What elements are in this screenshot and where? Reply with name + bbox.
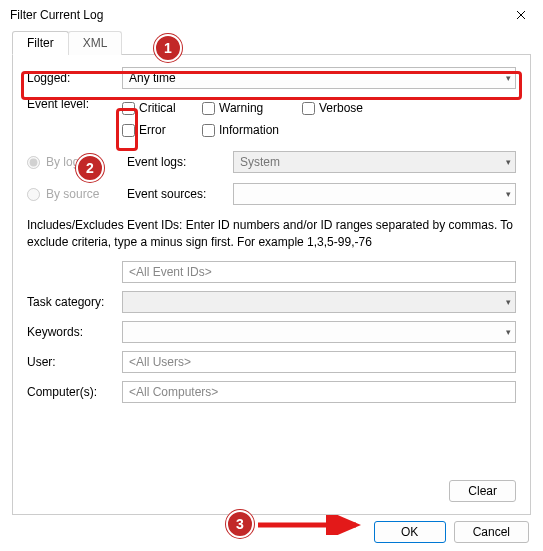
label-computers: Computer(s): xyxy=(27,385,122,399)
row-eventlevel: Event level: Critical Warning Verbose Er… xyxy=(27,97,516,141)
select-eventlogs-value: System xyxy=(240,155,280,169)
checkbox-warning[interactable] xyxy=(202,102,215,115)
close-icon xyxy=(516,10,526,20)
checkbox-information[interactable] xyxy=(202,124,215,137)
checkbox-verbose[interactable] xyxy=(302,102,315,115)
cancel-button[interactable]: Cancel xyxy=(454,521,529,543)
row-logged: Logged: Any time ▾ xyxy=(27,67,516,89)
chevron-down-icon: ▾ xyxy=(506,73,511,83)
select-logged[interactable]: Any time ▾ xyxy=(122,67,516,89)
label-eventsources: Event sources: xyxy=(127,187,227,201)
annotation-badge-2: 2 xyxy=(76,154,104,182)
label-bysource: By source xyxy=(46,187,121,201)
check-information[interactable]: Information xyxy=(202,119,302,141)
check-error[interactable]: Error xyxy=(122,119,202,141)
check-warning[interactable]: Warning xyxy=(202,97,302,119)
clear-button[interactable]: Clear xyxy=(449,480,516,502)
radio-bysource xyxy=(27,188,40,201)
check-verbose[interactable]: Verbose xyxy=(302,97,363,119)
checkbox-critical[interactable] xyxy=(122,102,135,115)
row-bysource: By source Event sources: ▾ xyxy=(27,183,516,205)
label-taskcat: Task category: xyxy=(27,295,122,309)
check-critical[interactable]: Critical xyxy=(122,97,202,119)
input-eventids[interactable]: <All Event IDs> xyxy=(122,261,516,283)
close-button[interactable] xyxy=(498,0,543,30)
row-eventids: <All Event IDs> xyxy=(27,261,516,283)
row-keywords: Keywords: ▾ xyxy=(27,321,516,343)
checkbox-error[interactable] xyxy=(122,124,135,137)
chevron-down-icon: ▾ xyxy=(506,327,511,337)
chevron-down-icon: ▾ xyxy=(506,189,511,199)
label-logged: Logged: xyxy=(27,71,122,85)
annotation-badge-1: 1 xyxy=(154,34,182,62)
titlebar: Filter Current Log xyxy=(0,0,543,30)
ok-button[interactable]: OK xyxy=(374,521,446,543)
window-title: Filter Current Log xyxy=(10,8,498,22)
tab-body: Logged: Any time ▾ Event level: Critical… xyxy=(12,55,531,515)
radio-bylog xyxy=(27,156,40,169)
select-logged-value: Any time xyxy=(129,71,176,85)
input-user[interactable]: <All Users> xyxy=(122,351,516,373)
select-taskcat: ▾ xyxy=(122,291,516,313)
tab-filter[interactable]: Filter xyxy=(12,31,69,55)
label-eventlogs: Event logs: xyxy=(127,155,227,169)
annotation-arrow xyxy=(256,515,366,535)
input-computers[interactable]: <All Computers> xyxy=(122,381,516,403)
label-eventlevel: Event level: xyxy=(27,97,122,111)
annotation-badge-3: 3 xyxy=(226,510,254,538)
row-user: User: <All Users> xyxy=(27,351,516,373)
row-computers: Computer(s): <All Computers> xyxy=(27,381,516,403)
chevron-down-icon: ▾ xyxy=(506,157,511,167)
select-eventsources[interactable]: ▾ xyxy=(233,183,516,205)
select-eventlogs: System ▾ xyxy=(233,151,516,173)
label-user: User: xyxy=(27,355,122,369)
row-taskcat: Task category: ▾ xyxy=(27,291,516,313)
tab-xml[interactable]: XML xyxy=(68,31,123,55)
label-keywords: Keywords: xyxy=(27,325,122,339)
select-keywords[interactable]: ▾ xyxy=(122,321,516,343)
chevron-down-icon: ▾ xyxy=(506,297,511,307)
tab-bar: Filter XML xyxy=(12,30,531,55)
help-text: Includes/Excludes Event IDs: Enter ID nu… xyxy=(27,217,516,251)
